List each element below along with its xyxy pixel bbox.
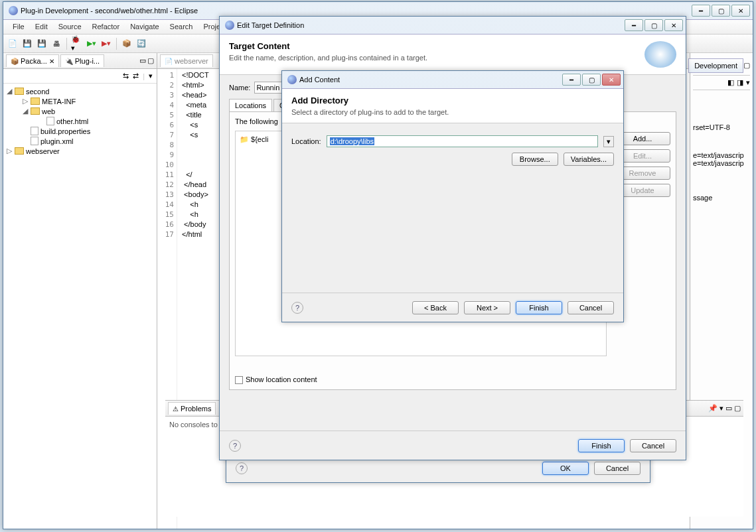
close-button[interactable]: ✕ bbox=[731, 5, 750, 17]
tab-label: Plug-i... bbox=[75, 57, 100, 65]
name-label: Name: bbox=[229, 84, 250, 92]
folder-icon bbox=[31, 98, 40, 105]
tree-node[interactable]: second bbox=[26, 88, 49, 96]
tab-package-explorer[interactable]: 📦 Packa... ✕ bbox=[6, 54, 59, 67]
maximize-view-icon[interactable]: ▢ bbox=[147, 56, 154, 65]
tree-node[interactable]: web bbox=[42, 107, 55, 115]
next-button[interactable]: Next > bbox=[464, 301, 510, 314]
tab-plugins[interactable]: 🔌 Plug-i... bbox=[60, 54, 104, 67]
minimize-view-icon[interactable]: ▭ bbox=[139, 56, 146, 65]
back-button[interactable]: < Back bbox=[412, 301, 459, 314]
tab-problems[interactable]: ⚠ Problems bbox=[168, 402, 216, 415]
perspective-label: Development bbox=[694, 62, 737, 70]
debug-icon[interactable]: 🐞▾ bbox=[70, 37, 84, 50]
help-icon[interactable]: ? bbox=[291, 302, 303, 314]
link-editor-icon[interactable]: ⇄ bbox=[133, 72, 139, 80]
perspective-button[interactable]: Development bbox=[688, 58, 743, 73]
dialog-heading: Add Directory bbox=[291, 96, 614, 105]
file-icon bbox=[46, 117, 54, 125]
show-location-checkbox[interactable] bbox=[235, 376, 243, 384]
minimize-button[interactable]: ━ bbox=[562, 74, 581, 86]
run-icon[interactable]: ▶▾ bbox=[85, 37, 98, 50]
dialog-subtext: Edit the name, description, and plug-ins… bbox=[229, 54, 644, 62]
save-icon[interactable]: 💾 bbox=[21, 37, 34, 50]
add-content-dialog: Add Content ━ ▢ ✕ Add Directory Select a… bbox=[281, 70, 624, 322]
outline-item[interactable]: e=text/javascrip bbox=[693, 151, 750, 159]
project-tree[interactable]: ◢second ▷META-INF ◢web other.html build.… bbox=[3, 84, 157, 529]
editor-tab-label: webserver bbox=[175, 57, 208, 65]
package-explorer-view: 📦 Packa... ✕ 🔌 Plug-i... ▭ ▢ ⇆ ⇄ | ▾ ◢se… bbox=[3, 53, 157, 529]
finish-button[interactable]: Finish bbox=[578, 439, 625, 452]
cancel-button[interactable]: Cancel bbox=[594, 462, 641, 475]
tree-node[interactable]: webserver bbox=[26, 147, 60, 155]
save-all-icon[interactable]: 💾 bbox=[35, 37, 48, 50]
tree-node[interactable]: build.properties bbox=[40, 127, 90, 135]
new-icon[interactable]: 📄 bbox=[6, 37, 19, 50]
refresh-icon[interactable]: 🔄 bbox=[135, 37, 148, 50]
editor-tab[interactable]: 📄 webserver bbox=[160, 54, 213, 67]
dialog-heading: Target Content bbox=[229, 41, 644, 51]
location-label: Location: bbox=[291, 137, 321, 145]
close-button[interactable]: ✕ bbox=[602, 74, 621, 86]
dialog-subtext: Select a directory of plug-ins to add to… bbox=[291, 108, 614, 116]
print-icon[interactable]: 🖶 bbox=[50, 37, 63, 50]
minimize-button[interactable]: ━ bbox=[692, 5, 710, 17]
minimize-button[interactable]: ━ bbox=[625, 19, 643, 31]
variables-button[interactable]: Variables... bbox=[564, 153, 614, 166]
external-tools-icon[interactable]: ▶▾ bbox=[100, 37, 113, 50]
dialog-header: Target Content Edit the name, descriptio… bbox=[220, 34, 686, 75]
ok-button[interactable]: OK bbox=[542, 462, 589, 475]
tab-label: Packa... bbox=[21, 57, 47, 65]
dialog-titlebar[interactable]: Edit Target Definition ━ ▢ ✕ bbox=[220, 17, 686, 34]
maximize-button[interactable]: ▢ bbox=[712, 5, 730, 17]
location-input[interactable]: d:\droopy\libs bbox=[327, 135, 598, 147]
outline-item[interactable]: e=text/javascrip bbox=[693, 159, 750, 167]
help-icon[interactable]: ? bbox=[236, 462, 248, 474]
file-icon bbox=[31, 127, 38, 135]
menu-refactor[interactable]: Refactor bbox=[87, 20, 125, 34]
outline-item[interactable]: ssage bbox=[693, 194, 750, 202]
help-icon[interactable]: ? bbox=[229, 440, 241, 452]
cancel-button[interactable]: Cancel bbox=[567, 301, 614, 314]
dialog-header: Add Directory Select a directory of plug… bbox=[282, 89, 623, 123]
browse-button[interactable]: Browse... bbox=[512, 153, 558, 166]
tree-node[interactable]: other.html bbox=[56, 117, 88, 125]
tab-locations[interactable]: Locations bbox=[229, 99, 272, 112]
tree-node[interactable]: META-INF bbox=[42, 98, 76, 105]
cancel-button[interactable]: Cancel bbox=[630, 439, 676, 452]
console-pin-icon[interactable]: 📌 bbox=[708, 404, 718, 413]
menu-source[interactable]: Source bbox=[53, 20, 87, 34]
target-icon bbox=[644, 41, 676, 68]
tree-node[interactable]: plugin.xml bbox=[40, 137, 74, 145]
menu-search[interactable]: Search bbox=[165, 20, 198, 34]
eclipse-icon bbox=[287, 75, 297, 84]
dialog-title: Edit Target Definition bbox=[237, 21, 304, 29]
dropdown-icon[interactable]: ▾ bbox=[603, 136, 614, 147]
folder-icon bbox=[31, 107, 40, 115]
folder-icon bbox=[15, 147, 24, 155]
menu-navigate[interactable]: Navigate bbox=[125, 20, 164, 34]
view-menu-icon[interactable]: ▾ bbox=[719, 404, 723, 413]
eclipse-icon bbox=[9, 6, 18, 15]
outline-item[interactable]: rset=UTF-8 bbox=[693, 123, 750, 131]
window-title: Plug-in Development - second/web/other.h… bbox=[21, 7, 198, 15]
eclipse-icon bbox=[225, 21, 234, 30]
dialog-title: Add Content bbox=[299, 76, 340, 84]
file-icon bbox=[31, 137, 38, 145]
dialog-titlebar[interactable]: Add Content ━ ▢ ✕ bbox=[282, 71, 623, 88]
view-menu-icon[interactable]: ▾ bbox=[149, 72, 153, 80]
tab-label: Problems bbox=[181, 405, 211, 413]
maximize-button[interactable]: ▢ bbox=[582, 74, 601, 86]
close-button[interactable]: ✕ bbox=[664, 19, 683, 31]
show-location-label: Show location content bbox=[246, 375, 317, 383]
collapse-all-icon[interactable]: ⇆ bbox=[123, 72, 129, 80]
menu-edit[interactable]: Edit bbox=[30, 20, 53, 34]
package-icon[interactable]: 📦 bbox=[120, 37, 133, 50]
menu-file[interactable]: File bbox=[7, 20, 30, 34]
folder-icon bbox=[15, 88, 24, 95]
finish-button[interactable]: Finish bbox=[516, 301, 562, 314]
maximize-button[interactable]: ▢ bbox=[644, 19, 663, 31]
